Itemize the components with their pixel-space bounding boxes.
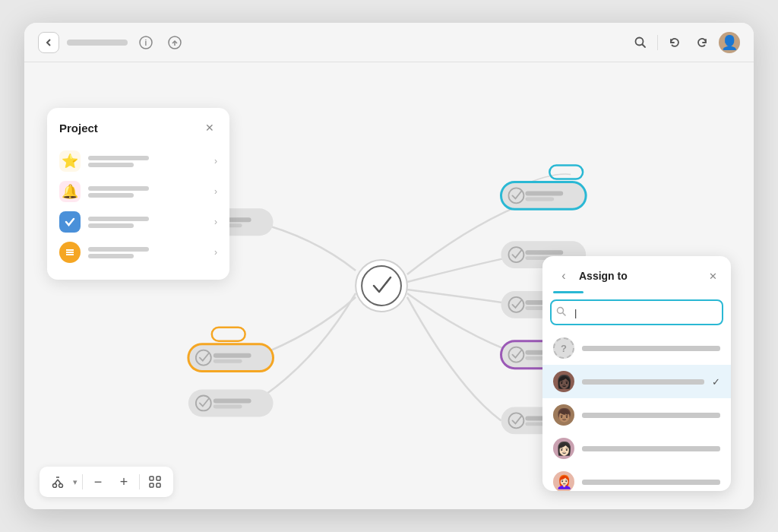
project-item[interactable]: ⭐ › (59, 146, 217, 176)
avatar-user3: 👩🏻 (553, 438, 574, 459)
project-line (88, 217, 149, 221)
project-icon-check (59, 211, 81, 233)
assign-name-line (582, 346, 720, 351)
project-panel-close[interactable]: ✕ (202, 120, 217, 135)
project-item-left (59, 242, 149, 263)
avatar-user2: 👦🏽 (553, 404, 574, 426)
assign-check-icon: ✓ (712, 376, 720, 388)
project-item[interactable]: › (59, 207, 217, 237)
back-button[interactable] (38, 32, 59, 53)
svg-text:i: i (145, 39, 147, 47)
toolbar-right: 👤 (630, 32, 740, 53)
svg-rect-12 (549, 166, 583, 179)
project-line (88, 193, 134, 198)
app-window: i (24, 23, 754, 509)
assign-search-input[interactable] (550, 299, 723, 325)
project-line (88, 247, 149, 252)
assign-name-line (582, 480, 720, 485)
avatar-user4: 👩🏻‍🦰 (553, 471, 574, 491)
bottom-toolbar: ▾ − + (40, 467, 173, 497)
project-item-left: 🔔 (59, 181, 149, 202)
assign-item-user3[interactable]: 👩🏻 (542, 432, 731, 465)
svg-line-49 (55, 480, 58, 484)
user-avatar[interactable]: 👤 (719, 32, 740, 53)
redo-button[interactable] (691, 32, 713, 53)
title-line (67, 40, 128, 46)
project-line (88, 186, 149, 191)
svg-rect-15 (525, 250, 563, 255)
cut-label: ▾ (73, 477, 77, 487)
project-chevron: › (214, 217, 217, 227)
assign-name-line (582, 413, 720, 418)
assign-panel-header: ‹ Assign to ✕ (542, 256, 731, 287)
project-item-lines (88, 186, 149, 198)
zoom-minus-button[interactable]: − (87, 471, 109, 492)
project-item-lines (88, 247, 149, 258)
svg-rect-52 (150, 477, 153, 480)
svg-rect-53 (157, 477, 160, 480)
assign-close-button[interactable]: ✕ (705, 268, 720, 283)
assign-panel-title: Assign to (579, 270, 628, 282)
assign-search-bar (550, 299, 723, 325)
project-item-lines (88, 217, 149, 228)
divider (139, 474, 140, 489)
svg-line-5 (643, 44, 646, 47)
svg-rect-37 (212, 328, 245, 341)
avatar-unassigned: ? (553, 337, 574, 359)
assign-item-user4[interactable]: 👩🏻‍🦰 (542, 465, 731, 491)
assign-list: ? 👩🏿 ✓ 👦🏽 (542, 331, 731, 491)
project-chevron: › (214, 186, 217, 197)
project-item-lines (88, 156, 149, 167)
project-line (88, 254, 134, 258)
project-panel-title: Project (59, 122, 98, 135)
toolbar-left: i (38, 32, 185, 53)
assign-back-button[interactable]: ‹ (553, 265, 574, 287)
assign-name-line (582, 446, 720, 451)
fit-button[interactable] (144, 471, 166, 492)
divider (657, 35, 658, 50)
cut-button[interactable] (47, 471, 68, 492)
title-bar (67, 40, 128, 46)
svg-rect-38 (188, 390, 274, 417)
assign-item-user2[interactable]: 👦🏽 (542, 398, 731, 432)
svg-line-50 (58, 480, 61, 484)
zoom-plus-button[interactable]: + (113, 471, 134, 492)
project-line (88, 156, 149, 160)
search-button[interactable] (630, 32, 651, 53)
project-chevron: › (214, 156, 217, 166)
project-item[interactable]: › (59, 237, 217, 268)
svg-point-47 (53, 484, 57, 488)
svg-rect-11 (525, 197, 554, 201)
svg-rect-55 (157, 483, 160, 487)
project-chevron: › (214, 247, 217, 258)
svg-point-48 (59, 484, 63, 488)
project-icon-star: ⭐ (59, 150, 81, 172)
canvas: Project ✕ ⭐ › (24, 62, 754, 509)
assign-panel: ‹ Assign to ✕ ? (542, 256, 731, 491)
svg-rect-41 (213, 404, 242, 408)
project-line (88, 163, 134, 167)
assign-item-user1[interactable]: 👩🏿 ✓ (542, 365, 731, 398)
project-item[interactable]: 🔔 › (59, 176, 217, 207)
project-item-left: ⭐ (59, 150, 149, 172)
project-line (88, 223, 134, 228)
assign-item-unassigned[interactable]: ? (542, 331, 731, 365)
assign-accent-bar (553, 291, 584, 293)
assign-name-line (582, 379, 704, 385)
svg-rect-54 (150, 483, 153, 487)
project-icon-menu (59, 242, 81, 263)
undo-button[interactable] (664, 32, 685, 53)
assign-panel-title-row: ‹ Assign to (553, 265, 628, 287)
svg-rect-40 (213, 398, 251, 403)
avatar-user1: 👩🏿 (553, 371, 574, 392)
project-icon-alarm: 🔔 (59, 181, 81, 202)
divider (82, 474, 83, 489)
upload-button[interactable] (164, 32, 185, 53)
toolbar: i (24, 23, 754, 62)
svg-rect-35 (213, 353, 251, 358)
svg-rect-36 (213, 359, 242, 363)
info-button[interactable]: i (135, 32, 157, 53)
project-panel-header: Project ✕ (59, 120, 217, 135)
project-item-left (59, 211, 149, 233)
svg-line-46 (563, 313, 566, 316)
